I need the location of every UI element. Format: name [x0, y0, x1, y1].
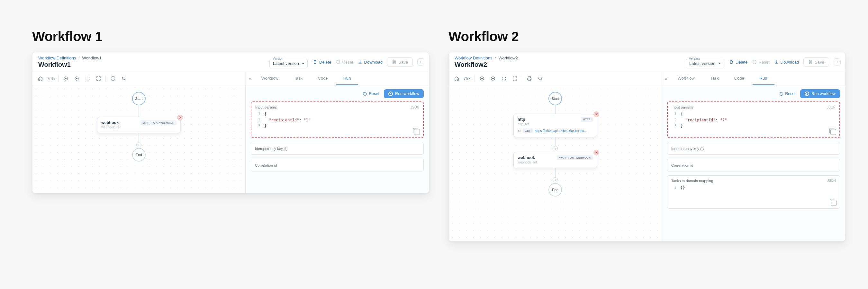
- version-select-wrapper: Version Latest version: [685, 56, 724, 68]
- copy-icon[interactable]: [831, 200, 837, 206]
- input-params-label: Input params: [255, 105, 277, 109]
- task-name: http: [518, 117, 529, 122]
- tab-task[interactable]: Task: [287, 72, 310, 85]
- print-icon[interactable]: [525, 75, 533, 82]
- save-icon: [392, 60, 396, 64]
- zoom-out-icon[interactable]: [62, 75, 69, 82]
- right-tabs: » Workflow Task Code Run: [662, 72, 845, 85]
- input-params-code[interactable]: 1{ 2 "recipientId": "2" 3}: [672, 111, 836, 129]
- tab-run[interactable]: Run: [752, 72, 774, 85]
- add-node-icon[interactable]: +: [553, 146, 558, 151]
- remove-task-icon[interactable]: ✕: [177, 115, 183, 120]
- tab-run[interactable]: Run: [336, 72, 358, 85]
- run-workflow-button[interactable]: Run workflow: [800, 89, 840, 98]
- task-domain-label: Tasks to domain mapping: [671, 179, 713, 183]
- version-select[interactable]: Latest version: [270, 59, 308, 68]
- version-select[interactable]: Latest version: [686, 59, 724, 68]
- input-params-code[interactable]: 1{ 2 "recipientId": "2" 3}: [255, 111, 419, 129]
- delete-button[interactable]: Delete: [729, 60, 748, 65]
- fit-icon[interactable]: [500, 75, 507, 82]
- json-tag: JSON: [827, 106, 836, 109]
- add-node-icon[interactable]: +: [136, 142, 142, 147]
- print-icon[interactable]: [109, 75, 117, 82]
- json-tag: JSON: [410, 106, 419, 109]
- run-reset-button[interactable]: Reset: [779, 92, 796, 96]
- trash-icon: [313, 60, 317, 64]
- search-icon[interactable]: [536, 75, 544, 82]
- fit-icon[interactable]: [84, 75, 91, 82]
- task-domain-code[interactable]: 1{}: [671, 185, 836, 191]
- add-node-icon[interactable]: +: [553, 177, 558, 182]
- download-button[interactable]: Download: [774, 60, 799, 65]
- collapse-chevron-icon[interactable]: »: [249, 76, 251, 81]
- delete-button[interactable]: Delete: [313, 60, 332, 65]
- breadcrumb-root-link[interactable]: Workflow Definitions: [455, 56, 493, 60]
- zoom-out-icon[interactable]: [478, 75, 486, 82]
- task-card-webhook[interactable]: ✕ webhook webhook_ref WAIT_FOR_WEBHOOK: [97, 117, 181, 133]
- start-node[interactable]: Start: [549, 92, 562, 105]
- input-params-box[interactable]: Input params JSON 1{ 2 "recipientId": "2…: [667, 102, 840, 138]
- trash-icon: [729, 60, 734, 64]
- tab-workflow[interactable]: Workflow: [254, 72, 285, 85]
- remove-task-icon[interactable]: ✕: [593, 111, 599, 117]
- workflow-canvas[interactable]: Start ✕ http http_ref HTTP: [449, 85, 661, 241]
- reset-icon: [752, 60, 757, 64]
- end-node[interactable]: End: [132, 148, 146, 161]
- download-button[interactable]: Download: [358, 60, 383, 65]
- idempotency-key-input[interactable]: Idempotency keyi: [251, 142, 424, 155]
- workflow-canvas[interactable]: Start ✕ webhook webhook_ref WAIT_FOR_WEB…: [32, 85, 245, 193]
- link-icon: [518, 130, 521, 132]
- end-node[interactable]: End: [549, 183, 562, 196]
- idempotency-key-input[interactable]: Idempotency keyi: [667, 142, 840, 155]
- home-icon[interactable]: [36, 75, 44, 82]
- task-name: webhook: [101, 120, 121, 125]
- info-icon[interactable]: i: [284, 147, 287, 151]
- task-card-http[interactable]: ✕ http http_ref HTTP: [514, 114, 597, 137]
- info-icon[interactable]: i: [700, 147, 704, 151]
- svg-point-5: [538, 77, 541, 80]
- tab-task[interactable]: Task: [703, 72, 726, 85]
- reset-button[interactable]: Reset: [336, 60, 353, 65]
- breadcrumb-current: Workflow1: [82, 56, 101, 60]
- save-button[interactable]: Save: [387, 58, 413, 67]
- zoom-in-icon[interactable]: [73, 75, 81, 82]
- tab-workflow[interactable]: Workflow: [671, 72, 702, 85]
- tab-code[interactable]: Code: [727, 72, 751, 85]
- fullscreen-icon[interactable]: [511, 75, 519, 82]
- home-icon[interactable]: [453, 75, 460, 82]
- search-icon[interactable]: [120, 75, 128, 82]
- save-button[interactable]: Save: [803, 58, 829, 67]
- top-actions: Version Latest version Delete Reset Down…: [681, 52, 845, 72]
- play-icon: [805, 92, 809, 96]
- task-domain-mapping-box[interactable]: Tasks to domain mapping JSON 1{}: [667, 175, 840, 209]
- task-card-webhook[interactable]: ✕ webhook webhook_ref WAIT_FOR_WEBHOOK: [514, 152, 597, 168]
- copy-icon[interactable]: [414, 129, 420, 135]
- copy-icon[interactable]: [830, 129, 836, 135]
- input-params-box[interactable]: Input params JSON 1{ 2 "recipientId": "2…: [251, 102, 424, 138]
- remove-task-icon[interactable]: ✕: [593, 150, 599, 155]
- download-icon: [358, 60, 362, 64]
- download-icon: [774, 60, 779, 64]
- correlation-id-input[interactable]: Correlation id: [667, 158, 840, 172]
- correlation-id-input[interactable]: Correlation id: [251, 158, 424, 172]
- add-button[interactable]: [834, 59, 841, 66]
- reset-icon: [363, 92, 367, 96]
- breadcrumb-root-link[interactable]: Workflow Definitions: [38, 56, 76, 60]
- canvas-toolbar: 75%: [449, 72, 661, 85]
- fullscreen-icon[interactable]: [94, 75, 102, 82]
- add-button[interactable]: [417, 59, 424, 66]
- tab-code[interactable]: Code: [311, 72, 335, 85]
- task-name: webhook: [518, 155, 537, 160]
- run-reset-button[interactable]: Reset: [363, 92, 379, 96]
- zoom-level: 75%: [47, 76, 55, 81]
- run-workflow-button[interactable]: Run workflow: [384, 89, 424, 98]
- zoom-in-icon[interactable]: [489, 75, 497, 82]
- collapse-chevron-icon[interactable]: »: [665, 76, 668, 81]
- canvas-toolbar: 75%: [32, 72, 245, 85]
- http-url: https://orkes-api-tester.orkescondu...: [535, 129, 593, 133]
- idempotency-label: Idempotency keyi: [671, 147, 704, 151]
- json-tag: JSON: [827, 179, 836, 182]
- task-ref: webhook_ref: [101, 125, 121, 129]
- reset-button[interactable]: Reset: [752, 60, 770, 65]
- start-node[interactable]: Start: [132, 92, 146, 105]
